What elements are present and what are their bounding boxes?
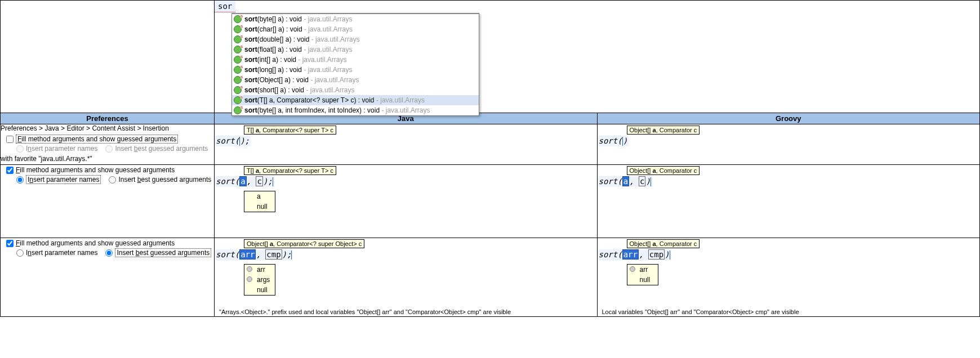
proposal-popup-groovy-3[interactable]: arrnull bbox=[627, 264, 658, 285]
fill-checkbox-3[interactable] bbox=[6, 240, 14, 247]
groovy-code-1[interactable]: sort() bbox=[598, 136, 629, 146]
groovy-footnote-3: Local variables "Object[] arr" and "Comp… bbox=[602, 308, 975, 315]
assist-item[interactable]: sort(short[] a) : void - java.util.Array… bbox=[232, 85, 479, 95]
assist-item[interactable]: sort(long[] a) : void - java.util.Arrays bbox=[232, 65, 479, 75]
groovy-cell-3: Object[] a, Comparator c sort(arr, cmp) … bbox=[597, 238, 980, 317]
radio-best-label-3: Insert best guessed arguments bbox=[115, 248, 211, 257]
param-tooltip-groovy-2: Object[] a, Comparator c bbox=[627, 166, 700, 175]
proposal-item[interactable]: args bbox=[244, 275, 275, 285]
assist-item[interactable]: sort(int[] a) : void - java.util.Arrays bbox=[232, 55, 479, 65]
groovy-cell-1: Object[] a, Comparator c sort() bbox=[597, 124, 980, 165]
header-preferences: Preferences bbox=[1, 113, 215, 124]
radio-names-label-2: Insert parameter names bbox=[26, 175, 101, 184]
proposal-item[interactable]: null bbox=[244, 285, 275, 295]
comparison-table: sor sort(byte[] a) : void - java.util.Ar… bbox=[0, 0, 980, 317]
java-cell-2: T[] a, Comparator<? super T> c sort(a, c… bbox=[215, 165, 598, 238]
param-tooltip-groovy-3: Object[] a, Comparator c bbox=[627, 239, 700, 248]
assist-item[interactable]: sort(float[] a) : void - java.util.Array… bbox=[232, 44, 479, 55]
assist-item[interactable]: sort(T[] a, Comparator<? super T> c) : v… bbox=[232, 95, 479, 105]
proposal-item[interactable]: arr bbox=[627, 265, 658, 275]
variable-icon bbox=[630, 266, 635, 272]
radio-names-2[interactable] bbox=[16, 176, 24, 184]
method-icon bbox=[234, 15, 242, 23]
radio-names-label-3: Insert parameter names bbox=[26, 249, 97, 257]
param-tooltip-java-2: T[] a, Comparator<? super T> c bbox=[244, 166, 336, 175]
groovy-cell-2: Object[] a, Comparator c sort(a, c) bbox=[597, 165, 980, 238]
method-icon bbox=[234, 86, 242, 94]
editor-area[interactable]: sor sort(byte[] a) : void - java.util.Ar… bbox=[215, 1, 980, 113]
param-tooltip-java-1: T[] a, Comparator<? super T> c bbox=[244, 126, 336, 135]
param-tooltip-groovy-1: Object[] a, Comparator c bbox=[627, 126, 700, 135]
assist-item[interactable]: sort(Object[] a) : void - java.util.Arra… bbox=[232, 75, 479, 85]
radio-names-1 bbox=[16, 145, 24, 153]
variable-icon bbox=[247, 266, 252, 272]
method-icon bbox=[234, 25, 242, 33]
pref-cell-3: Fill method arguments and show guessed a… bbox=[1, 238, 215, 317]
proposal-popup-java-2[interactable]: anull bbox=[244, 191, 275, 212]
fill-label-1: Fill method arguments and show guessed a… bbox=[16, 135, 178, 144]
favorite-note: with favorite "java.util.Arrays.*" bbox=[1, 155, 214, 163]
radio-names-3[interactable] bbox=[16, 249, 24, 257]
method-icon bbox=[234, 35, 242, 43]
empty-cell bbox=[1, 1, 215, 113]
pref-path: Preferences > Java > Editor > Content As… bbox=[1, 124, 214, 132]
assist-item[interactable]: sort(double[] a) : void - java.util.Arra… bbox=[232, 34, 479, 44]
java-cell-3: Object[] a, Comparator<? super Object> c… bbox=[215, 238, 598, 317]
pref-cell-1: Preferences > Java > Editor > Content As… bbox=[1, 124, 215, 165]
proposal-item[interactable]: a bbox=[244, 191, 275, 202]
header-groovy: Groovy bbox=[597, 113, 980, 124]
assist-item[interactable]: sort(byte[] a, int fromIndex, int toInde… bbox=[232, 105, 479, 115]
proposal-item[interactable]: null bbox=[244, 202, 275, 212]
radio-best-label-2: Insert best guessed arguments bbox=[118, 176, 211, 184]
param-tooltip-java-3: Object[] a, Comparator<? super Object> c bbox=[244, 239, 364, 248]
assist-item[interactable]: sort(char[] a) : void - java.util.Arrays bbox=[232, 24, 479, 34]
fill-label-3: Fill method arguments and show guessed a… bbox=[16, 239, 175, 247]
radio-best-label-1: Insert best guessed arguments bbox=[115, 145, 208, 153]
radio-best-1 bbox=[105, 145, 113, 153]
assist-item[interactable]: sort(byte[] a) : void - java.util.Arrays bbox=[232, 14, 479, 24]
java-footnote-3: "Arrays.<Object>." prefix used and local… bbox=[219, 308, 593, 315]
groovy-code-2[interactable]: sort(a, c) bbox=[598, 176, 652, 187]
pref-cell-2: Fill method arguments and show guessed a… bbox=[1, 165, 215, 238]
method-icon bbox=[234, 76, 242, 84]
proposal-popup-java-3[interactable]: arrargsnull bbox=[244, 264, 275, 296]
method-icon bbox=[234, 96, 242, 104]
radio-best-2[interactable] bbox=[109, 176, 116, 184]
radio-best-3[interactable] bbox=[105, 249, 113, 257]
variable-icon bbox=[247, 276, 252, 282]
java-code-2[interactable]: sort(a, c); bbox=[215, 176, 274, 187]
method-icon bbox=[234, 46, 242, 53]
method-icon bbox=[234, 66, 242, 74]
method-icon bbox=[234, 106, 242, 114]
java-cell-1: T[] a, Comparator<? super T> c sort(); bbox=[215, 124, 598, 165]
java-code-1[interactable]: sort(); bbox=[215, 136, 251, 146]
java-code-3[interactable]: sort(arr, cmp); bbox=[215, 249, 293, 260]
fill-checkbox-2[interactable] bbox=[6, 167, 14, 174]
fill-checkbox-1[interactable] bbox=[6, 136, 14, 143]
radio-names-label-1: Insert parameter names bbox=[26, 145, 97, 153]
editor-input[interactable]: sor bbox=[215, 1, 235, 12]
content-assist-popup[interactable]: sort(byte[] a) : void - java.util.Arrays… bbox=[231, 13, 479, 116]
proposal-item[interactable]: null bbox=[627, 275, 658, 285]
fill-label-2: Fill method arguments and show guessed a… bbox=[16, 166, 175, 174]
method-icon bbox=[234, 56, 242, 64]
proposal-item[interactable]: arr bbox=[244, 265, 275, 275]
groovy-code-3[interactable]: sort(arr, cmp) bbox=[598, 249, 671, 260]
